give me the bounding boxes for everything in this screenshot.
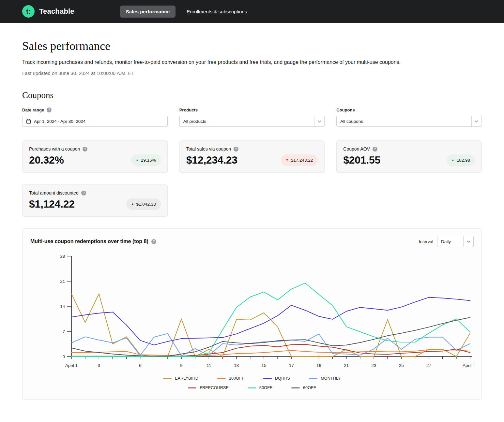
series-line-dqhhs [71, 298, 470, 345]
kpi-value: $12,234.23 [186, 154, 237, 166]
kpi-card-purchases-with-coupon: Purchases with a coupon? 20.32% ▲29.15% [22, 140, 168, 173]
legend-item-monthly: MONTHLY [309, 376, 341, 381]
svg-text:28: 28 [60, 254, 65, 259]
legend-row: EARLYBIRD100OFFDQHHSMONTHLY [163, 376, 341, 381]
legend-swatch-icon [163, 378, 172, 379]
legend-swatch-icon [291, 387, 300, 388]
last-updated-text: Last updated on June 30, 2024 at 10:00:0… [22, 70, 482, 76]
teachable-logo-icon[interactable]: t: [22, 5, 35, 18]
chevron-down-icon [471, 116, 481, 126]
svg-text:25: 25 [399, 363, 404, 368]
trend-arrow-icon: ▼ [286, 159, 289, 162]
kpi-delta-value: $1,042.33 [136, 202, 156, 207]
interval-value: Daily [441, 239, 451, 244]
kpi-cards: Purchases with a coupon? 20.32% ▲29.15% … [22, 140, 482, 217]
kpi-card-total-sales-via-coupon: Total sales via coupon? $12,234.23 ▼$17,… [179, 140, 325, 173]
legend-label: 50OFF [259, 386, 272, 390]
line-chart: 07142128April 1369111315171921232527Apri… [30, 252, 473, 370]
kpi-label: Coupon AOV [343, 146, 370, 152]
legend-label: MONTHLY [321, 376, 341, 381]
kpi-delta-value: $17,243.22 [291, 158, 313, 163]
legend-label: FREECOURSE [200, 386, 229, 390]
date-range-input[interactable]: Apr 1, 2024 - Apr 30, 2024 [22, 116, 168, 127]
legend-item-60off: 60OFF [291, 386, 316, 390]
svg-text:13: 13 [234, 363, 239, 368]
calendar-icon [26, 119, 31, 124]
filters-row: Date range ? Apr 1, 2024 - Apr 30, 2024 … [22, 108, 482, 127]
coupons-value: All coupons [340, 119, 363, 124]
kpi-delta-badge: ▲29.15% [131, 154, 161, 166]
page-content: Sales performance Track incoming purchas… [0, 39, 504, 400]
chevron-down-icon [463, 236, 473, 247]
trend-arrow-icon: ▲ [136, 159, 139, 162]
chart-legend: EARLYBIRD100OFFDQHHSMONTHLYFREECOURSE50O… [30, 376, 474, 390]
svg-text:9: 9 [180, 363, 183, 368]
legend-label: EARLYBIRD [175, 376, 198, 381]
page-description: Track incoming purchases and refunds, mo… [22, 59, 456, 65]
coupons-select[interactable]: All coupons [336, 116, 482, 127]
series-line-freecourse [71, 344, 470, 356]
products-label: Products [179, 108, 198, 112]
svg-text:21: 21 [60, 279, 65, 284]
svg-text:6: 6 [139, 363, 142, 368]
trend-arrow-icon: ▲ [451, 159, 454, 162]
svg-text:3: 3 [98, 363, 100, 368]
help-icon[interactable]: ? [47, 108, 52, 112]
legend-swatch-icon [188, 387, 196, 388]
help-icon[interactable]: ? [83, 147, 87, 152]
tab-enrollments-subscriptions[interactable]: Enrollments & subscriptions [181, 6, 253, 18]
interval-control: Interval Daily [419, 236, 474, 247]
brand-name[interactable]: Teachable [39, 7, 74, 16]
legend-swatch-icon [263, 378, 272, 379]
tab-sales-performance[interactable]: Sales performance [120, 6, 176, 18]
legend-swatch-icon [248, 387, 256, 388]
kpi-delta-badge: ▲$1,042.33 [126, 198, 161, 210]
coupons-label: Coupons [336, 108, 355, 112]
kpi-delta-value: 29.15% [141, 158, 156, 163]
chart-title: Multi-use coupon redemptions over time (… [30, 239, 148, 244]
filter-coupons: Coupons All coupons [336, 108, 482, 127]
svg-text:21: 21 [344, 363, 349, 368]
top-nav-bar: t: Teachable Sales performance Enrollmen… [0, 0, 504, 23]
trend-arrow-icon: ▲ [131, 203, 134, 206]
legend-swatch-icon [217, 378, 226, 379]
series-line-earlybird [71, 294, 470, 357]
svg-text:0: 0 [63, 354, 65, 359]
kpi-label: Total sales via coupon [186, 146, 231, 152]
legend-label: DQHHS [275, 376, 290, 381]
page-title: Sales performance [22, 39, 482, 53]
interval-label: Interval [419, 239, 433, 244]
svg-text:15: 15 [261, 363, 266, 368]
svg-text:19: 19 [316, 363, 321, 368]
kpi-label: Purchases with a coupon [29, 146, 80, 152]
date-range-label: Date range [22, 108, 44, 112]
legend-item-dqhhs: DQHHS [263, 376, 290, 381]
legend-item-earlybird: EARLYBIRD [163, 376, 198, 381]
legend-row: FREECOURSE50OFF60OFF [188, 386, 316, 390]
help-icon[interactable]: ? [151, 239, 156, 244]
help-icon[interactable]: ? [234, 147, 238, 152]
svg-text:April 30: April 30 [463, 363, 473, 368]
legend-item-100off: 100OFF [217, 376, 244, 381]
date-range-value: Apr 1, 2024 - Apr 30, 2024 [34, 119, 85, 124]
legend-label: 60OFF [303, 386, 316, 390]
series-line-60off [71, 317, 470, 356]
legend-swatch-icon [309, 378, 317, 379]
legend-label: 100OFF [229, 376, 244, 381]
legend-item-50off: 50OFF [248, 386, 272, 390]
coupon-redemptions-chart-card: Multi-use coupon redemptions over time (… [22, 228, 482, 400]
legend-item-freecourse: FREECOURSE [188, 386, 229, 390]
interval-select[interactable]: Daily [437, 236, 474, 247]
svg-text:April 1: April 1 [65, 363, 78, 368]
svg-text:23: 23 [372, 363, 376, 368]
sales-performance-page: t: Teachable Sales performance Enrollmen… [0, 0, 504, 422]
kpi-label: Total amount discounted [29, 190, 79, 196]
chart-header: Multi-use coupon redemptions over time (… [30, 236, 474, 247]
svg-text:27: 27 [426, 363, 431, 368]
help-icon[interactable]: ? [81, 191, 86, 196]
products-select[interactable]: All products [179, 116, 325, 127]
svg-text:17: 17 [289, 363, 294, 368]
kpi-value: $201.55 [343, 154, 380, 166]
filter-products: Products All products [179, 108, 325, 127]
help-icon[interactable]: ? [373, 147, 377, 152]
